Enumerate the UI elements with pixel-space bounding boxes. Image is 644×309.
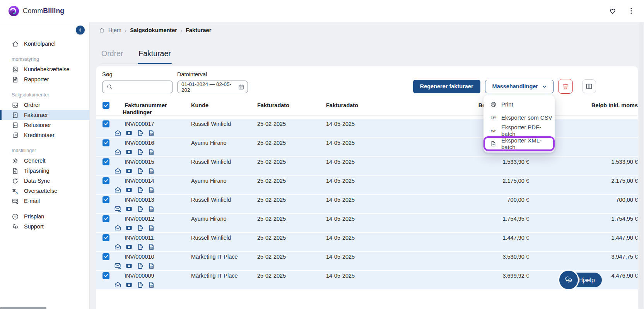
view-icon[interactable] [125, 262, 133, 270]
row-checkbox[interactable] [102, 196, 109, 203]
export-icon[interactable] [137, 167, 144, 175]
row-actions [96, 205, 125, 213]
home-icon[interactable] [99, 27, 105, 33]
help-chat-icon[interactable] [558, 270, 579, 290]
search-input[interactable] [102, 81, 173, 93]
export-icon[interactable] [137, 281, 144, 288]
invoice-number-cell: INV/000015 [125, 159, 191, 165]
tab-ordrer[interactable]: Ordrer [101, 47, 124, 63]
date-range-input[interactable]: 01-01-2024 — 02-05-202 [177, 81, 248, 93]
sidebar-item-tilpasning[interactable]: Tilpasning [0, 166, 89, 176]
sidebar-item-kundebekr-ftelse[interactable]: Kundebekræftelse [0, 64, 89, 74]
mail-open-icon[interactable] [114, 167, 121, 175]
breadcrumb-salgsdokumenter[interactable]: Salgsdokumenter [130, 27, 177, 33]
mail-open-icon[interactable] [114, 281, 121, 288]
kebab-menu-icon[interactable] [627, 7, 635, 15]
xml-icon [490, 141, 497, 147]
row-checkbox[interactable] [102, 120, 109, 127]
export-icon[interactable] [137, 262, 144, 270]
sidebar-item-refusioner[interactable]: Refusioner [0, 120, 89, 130]
sidebar-item-prisplan[interactable]: Prisplan [0, 211, 89, 221]
due-date-cell: 14-05-2025 [326, 273, 461, 279]
xml-file-icon[interactable] [148, 281, 155, 288]
xml-file-icon[interactable] [148, 129, 155, 137]
view-icon[interactable] [125, 148, 133, 156]
view-icon[interactable] [125, 205, 133, 213]
export-icon[interactable] [137, 148, 144, 156]
export-icon[interactable] [137, 243, 144, 251]
sidebar-item-rapporter[interactable]: Rapporter [0, 74, 89, 84]
row-checkbox[interactable] [102, 234, 109, 241]
row-checkbox[interactable] [102, 177, 109, 184]
sidebar-item-overs-ttelse[interactable]: Oversættelse [0, 186, 89, 196]
menu-item-print[interactable]: Print [483, 98, 555, 111]
mail-open-icon[interactable] [114, 186, 121, 194]
view-icon[interactable] [125, 186, 133, 194]
table-row: INV/000015Russell Winfield25-02-202514-0… [96, 157, 638, 175]
date-range-label: Datointerval [177, 71, 207, 77]
sidebar-item-fakturaer[interactable]: Fakturaer [0, 110, 89, 120]
breadcrumb-fakturaer[interactable]: Fakturaer [186, 27, 211, 33]
export-icon[interactable] [137, 129, 144, 137]
row-checkbox[interactable] [102, 139, 109, 146]
tab-fakturaer[interactable]: Fakturaer [138, 47, 171, 63]
xml-file-icon[interactable] [148, 243, 155, 251]
sidebar-item-ordrer[interactable]: Ordrer [0, 100, 89, 110]
menu-item-eksporter-som-csv[interactable]: Eksporter som CSV [483, 111, 555, 124]
sidebar-item-label: Prisplan [24, 213, 44, 220]
row-actions [96, 148, 125, 156]
sidebar-item-generelt[interactable]: Generelt [0, 156, 89, 166]
row-checkbox[interactable] [102, 253, 109, 260]
sidebar-item-e-mail[interactable]: E-mail [0, 196, 89, 206]
bulk-actions-button[interactable]: Massehandlinger [485, 80, 553, 93]
xml-file-icon[interactable] [148, 186, 155, 194]
export-icon[interactable] [137, 205, 144, 213]
export-icon[interactable] [137, 224, 144, 232]
check-icon [104, 159, 109, 164]
xml-file-icon[interactable] [148, 224, 155, 232]
menu-item-eksporter-xml-batch[interactable]: Eksporter XML-batch [483, 137, 555, 150]
xml-file-icon[interactable] [148, 262, 155, 270]
page-scrollbar[interactable] [639, 22, 643, 309]
xml-file-icon[interactable] [148, 148, 155, 156]
xml-file-icon[interactable] [148, 205, 155, 213]
mail-open-icon[interactable] [114, 224, 121, 232]
sidebar-item-data-sync[interactable]: Data Sync [0, 176, 89, 186]
delete-button[interactable] [558, 79, 573, 94]
brand[interactable]: CommBilling [9, 6, 64, 16]
mail-open-icon[interactable] [114, 243, 121, 251]
view-icon[interactable] [125, 167, 133, 175]
regenerate-invoices-button[interactable]: Regenerer fakturaer [413, 80, 480, 93]
due-date-cell: 14-05-2025 [326, 121, 461, 127]
refund-icon [12, 122, 19, 129]
row-checkbox[interactable] [102, 215, 109, 222]
sidebar-section-salgsdokumenter: Salgsdokumenter [0, 90, 89, 100]
sidebar-item-support[interactable]: Support [0, 221, 89, 232]
export-icon[interactable] [137, 186, 144, 194]
sidebar-item-kontrolpanel[interactable]: Kontrolpanel [0, 39, 89, 49]
view-icon[interactable] [125, 129, 133, 137]
table-row: INV/000014Ayumu Hirano25-02-202514-05-20… [96, 176, 638, 194]
view-icon[interactable] [125, 243, 133, 251]
xml-file-icon[interactable] [148, 167, 155, 175]
trash-icon [562, 82, 569, 90]
favorite-heart-icon[interactable] [608, 7, 617, 15]
column-settings-button[interactable] [582, 79, 596, 93]
mail-send-icon[interactable] [114, 262, 121, 270]
due-date-cell: 14-05-2025 [326, 178, 461, 184]
breadcrumb-hjem[interactable]: Hjem [108, 27, 121, 33]
mail-send-icon[interactable] [114, 205, 121, 213]
mail-open-icon[interactable] [114, 129, 121, 137]
sidebar-collapse-button[interactable] [76, 26, 85, 34]
row-checkbox[interactable] [102, 272, 109, 279]
view-icon[interactable] [125, 224, 133, 232]
sidebar-item-kreditnotaer[interactable]: Kreditnotaer [0, 130, 89, 140]
amount-excl-vat-cell: 1.754,95 € [461, 216, 529, 222]
sidebar-item-label: Refusioner [24, 122, 51, 128]
row-checkbox[interactable] [102, 158, 109, 165]
view-icon[interactable] [125, 281, 133, 288]
menu-item-eksporter-pdf-batch[interactable]: Eksporter PDF-batch [483, 124, 555, 137]
mail-open-icon[interactable] [114, 148, 121, 156]
home-icon [12, 40, 19, 48]
select-all-checkbox[interactable] [102, 102, 109, 109]
